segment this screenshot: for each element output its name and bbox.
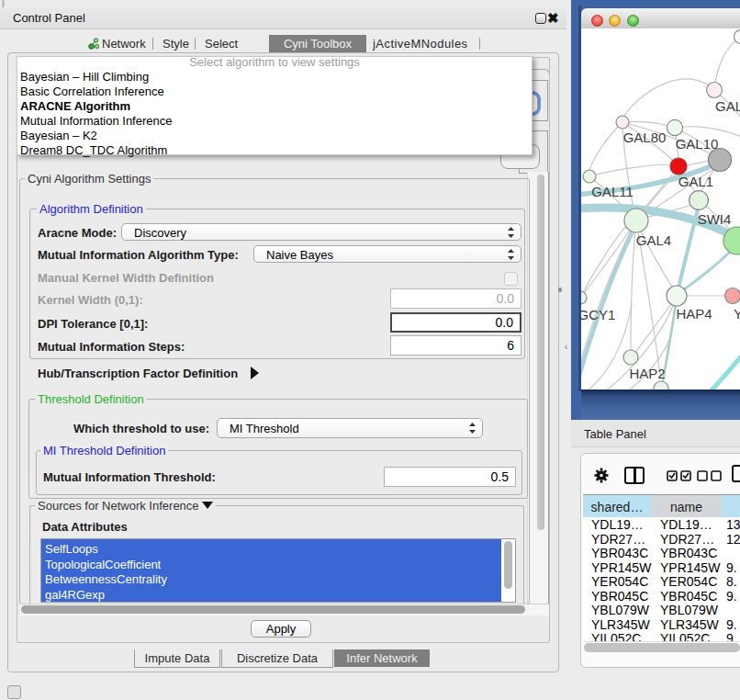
svg-text:GCY1: GCY1 bbox=[581, 307, 615, 322]
svg-text:GAL7: GAL7 bbox=[715, 98, 740, 114]
svg-text:HAP4: HAP4 bbox=[676, 306, 712, 322]
svg-text:Y: Y bbox=[734, 306, 740, 322]
svg-text:GAL4: GAL4 bbox=[636, 232, 671, 248]
svg-text:GAL80: GAL80 bbox=[623, 130, 667, 145]
svg-text:GAL10: GAL10 bbox=[676, 136, 719, 152]
svg-text:GAL11: GAL11 bbox=[591, 184, 633, 199]
svg-text:SWI4: SWI4 bbox=[698, 211, 732, 227]
svg-text:GAL1: GAL1 bbox=[678, 174, 713, 189]
svg-text:HAP2: HAP2 bbox=[629, 366, 665, 381]
